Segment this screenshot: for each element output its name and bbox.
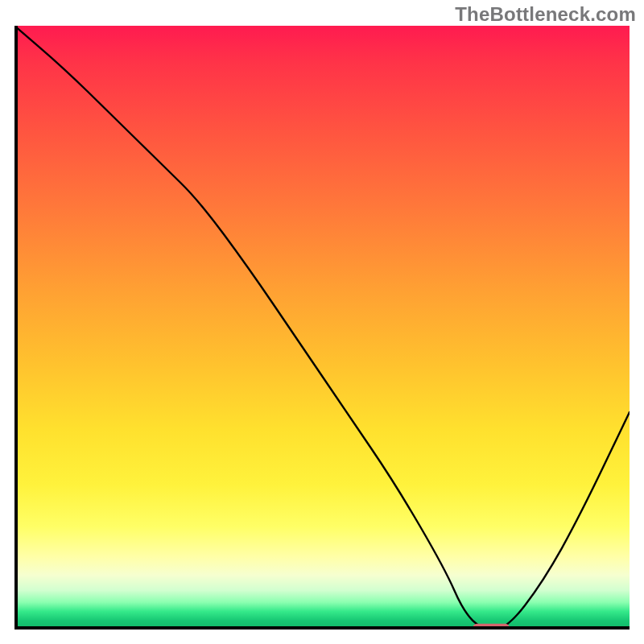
bottleneck-curve xyxy=(14,26,630,630)
chart-container: TheBottleneck.com xyxy=(0,0,644,644)
watermark-text: TheBottleneck.com xyxy=(455,3,636,26)
plot-frame xyxy=(14,26,630,630)
optimum-marker xyxy=(473,624,510,630)
plot-svg xyxy=(14,26,630,630)
